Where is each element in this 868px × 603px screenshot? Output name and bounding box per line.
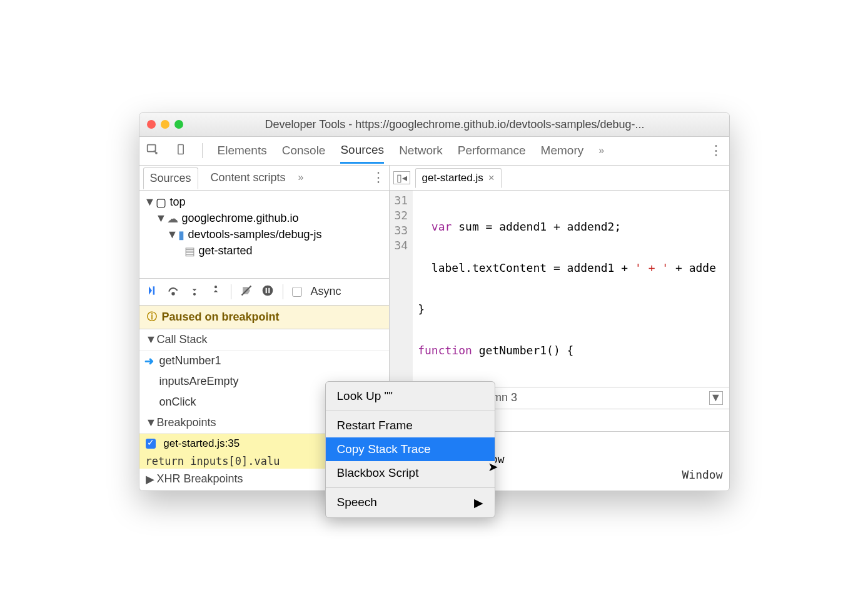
- frame-icon: ▢: [156, 196, 166, 209]
- svg-point-5: [214, 286, 216, 288]
- context-menu: Look Up "" Restart Frame Copy Stack Trac…: [325, 381, 495, 518]
- tab-sources[interactable]: Sources: [340, 138, 384, 164]
- menu-copy-stack-trace[interactable]: Copy Stack Trace: [326, 437, 495, 461]
- tab-memory[interactable]: Memory: [541, 139, 584, 162]
- titlebar: Developer Tools - https://googlechrome.g…: [139, 113, 729, 137]
- chevron-down-icon: ▼: [146, 333, 153, 346]
- minimize-icon[interactable]: [161, 120, 169, 129]
- statusline-dropdown-icon[interactable]: ▼: [709, 391, 723, 405]
- deactivate-breakpoints-icon[interactable]: [240, 284, 253, 299]
- more-tabs-icon[interactable]: »: [598, 145, 604, 156]
- tree-top[interactable]: top: [170, 196, 186, 209]
- menu-blackbox-script[interactable]: Blackbox Script: [326, 461, 495, 485]
- stack-frame-current[interactable]: getNumber1: [139, 351, 389, 371]
- chevron-down-icon[interactable]: ▼: [144, 196, 152, 209]
- svg-rect-8: [265, 287, 266, 292]
- async-checkbox[interactable]: [292, 287, 302, 297]
- main-tabs: Elements Console Sources Network Perform…: [139, 137, 729, 166]
- step-over-icon[interactable]: [167, 284, 179, 299]
- svg-point-7: [262, 285, 273, 296]
- kebab-menu-icon[interactable]: ⋮: [709, 142, 723, 159]
- svg-rect-2: [153, 286, 154, 294]
- line-gutter: 31323334: [390, 191, 413, 387]
- cloud-icon: ☁: [167, 212, 178, 226]
- menu-lookup[interactable]: Look Up "": [326, 384, 495, 408]
- svg-rect-1: [178, 145, 183, 154]
- chevron-right-icon: ▶: [474, 496, 483, 510]
- info-icon: ⓘ: [147, 311, 157, 324]
- tree-folder[interactable]: devtools-samples/debug-js: [188, 228, 322, 241]
- menu-restart-frame[interactable]: Restart Frame: [326, 414, 495, 437]
- chevron-down-icon: ▼: [146, 416, 153, 429]
- tab-performance[interactable]: Performance: [458, 139, 526, 162]
- device-icon[interactable]: [174, 143, 187, 158]
- zoom-icon[interactable]: [174, 120, 183, 129]
- breakpoint-checkbox[interactable]: [146, 439, 156, 449]
- chevron-down-icon[interactable]: ▼: [156, 212, 163, 225]
- step-out-icon[interactable]: [209, 284, 222, 299]
- toggle-panel-icon[interactable]: ▯◂: [393, 171, 410, 184]
- svg-point-3: [172, 292, 174, 294]
- breakpoint-label: get-started.js:35: [163, 437, 240, 449]
- paused-text: Paused on breakpoint: [162, 311, 280, 324]
- code-lines[interactable]: var sum = addend1 + addend2; label.textC…: [413, 191, 721, 387]
- svg-rect-9: [268, 287, 270, 292]
- tree-file[interactable]: get-started: [199, 244, 253, 257]
- chevron-down-icon[interactable]: ▼: [167, 228, 174, 241]
- paused-banner: ⓘ Paused on breakpoint: [139, 306, 389, 329]
- debugger-toolbar: Async: [139, 278, 389, 306]
- window-title: Developer Tools - https://googlechrome.g…: [188, 118, 722, 131]
- more-subtabs-icon[interactable]: »: [298, 172, 304, 183]
- code-editor[interactable]: 31323334 var sum = addend1 + addend2; la…: [390, 191, 729, 387]
- svg-point-4: [193, 292, 195, 295]
- file-tab[interactable]: get-started.js ×: [415, 168, 502, 188]
- navigator-kebab-icon[interactable]: ⋮: [371, 169, 385, 186]
- file-tree[interactable]: ▼▢ top ▼☁ googlechrome.github.io ▼▮ devt…: [139, 191, 389, 278]
- pause-exceptions-icon[interactable]: [261, 284, 274, 299]
- file-icon: ▤: [184, 244, 195, 258]
- menu-speech[interactable]: Speech▶: [326, 491, 495, 515]
- chevron-right-icon: ▶: [146, 472, 153, 486]
- tab-network[interactable]: Network: [399, 139, 443, 162]
- close-icon[interactable]: [147, 120, 156, 129]
- tab-console[interactable]: Console: [282, 139, 326, 162]
- async-label: Async: [311, 285, 341, 298]
- subtab-content-scripts[interactable]: Content scripts: [204, 167, 292, 188]
- close-tab-icon[interactable]: ×: [488, 172, 495, 184]
- callstack-header[interactable]: ▼ Call Stack: [139, 329, 389, 351]
- resume-icon[interactable]: [146, 284, 158, 299]
- cursor-icon: ➤: [488, 459, 498, 474]
- navigator-tabs: Sources Content scripts » ⋮: [139, 166, 389, 191]
- subtab-sources[interactable]: Sources: [143, 167, 198, 189]
- editor-tabs: ▯◂ get-started.js ×: [390, 166, 729, 191]
- tab-elements[interactable]: Elements: [218, 139, 267, 162]
- inspect-icon[interactable]: [146, 142, 159, 159]
- folder-icon: ▮: [178, 228, 184, 242]
- step-into-icon[interactable]: [188, 284, 201, 299]
- tree-domain[interactable]: googlechrome.github.io: [182, 212, 299, 225]
